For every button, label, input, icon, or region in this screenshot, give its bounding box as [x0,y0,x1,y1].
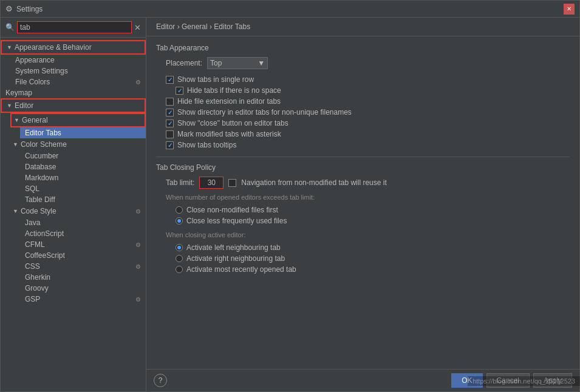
watermark: https://blog.csdn.net/qq_25112523 [468,376,580,386]
sidebar-item-general[interactable]: ▼ General [10,113,146,127]
activate-left-label: Activate left neighbouring tab [186,243,281,252]
tab-appearance-title: Tab Appearance [156,44,570,52]
sidebar-item-database[interactable]: Database [20,161,146,172]
cfml-label: CFML [25,240,45,249]
sidebar-item-appearance-behavior[interactable]: ▼ Appearance & Behavior [1,40,146,55]
group-editor: ▼ Editor ▼ General Editor Ta [1,98,146,305]
sidebar-item-coffeescript[interactable]: CoffeeScript [20,250,146,261]
appearance-behavior-children: Appearance System Settings File Colors ⚙ [1,55,146,87]
coffeescript-label: CoffeeScript [25,251,65,260]
search-box: 🔍 ✕ [1,18,146,38]
file-colors-icon: ⚙ [135,79,141,86]
radio-close-non-modified: Close non-modified files first [156,204,570,215]
sidebar-item-appearance[interactable]: Appearance [10,55,146,66]
tab-closing-section: Tab Closing Policy Tab limit: Navigation… [156,163,570,275]
editor-tabs-label: Editor Tabs [25,129,61,137]
checkbox-show-directory[interactable] [166,109,174,117]
sidebar-item-table-diff[interactable]: Table Diff [20,194,146,205]
cfml-icon: ⚙ [135,242,141,248]
sidebar-item-java[interactable]: Java [20,217,146,228]
radio-close-less-frequent: Close less frequently used files [156,215,570,226]
mark-modified-label: Mark modified tabs with asterisk [177,130,281,138]
color-scheme-label: Color Scheme [21,140,67,149]
sidebar-item-system-settings[interactable]: System Settings [10,66,146,76]
expand-arrow-general: ▼ [14,117,19,123]
tab-limit-input[interactable] [199,177,223,189]
table-diff-label: Table Diff [25,195,55,204]
checkbox-show-close-btn[interactable] [166,120,174,127]
hide-extension-label: Hide file extension in editor tabs [177,97,281,106]
checkbox-show-single-row[interactable] [166,76,174,84]
placement-value: Top [210,59,222,67]
groovy-label: Groovy [25,284,49,292]
sidebar-item-cucumber[interactable]: Cucumber [20,150,146,161]
sidebar-item-code-style[interactable]: ▼ Code Style ⚙ [10,205,146,217]
panel-content: Tab Appearance Placement: Top ▼ Show tab… [146,36,579,369]
section-separator [156,157,570,157]
group-color-scheme: ▼ Color Scheme Cucumber Database [10,138,146,205]
actionscript-label: ActionScript [25,229,64,238]
sidebar-tree: ▼ Appearance & Behavior Appearance Syste… [1,38,146,391]
exceeds-description: When number of opened editors exceeds ta… [156,194,570,201]
tab-limit-row: Tab limit: Navigation from non-modified … [156,177,570,189]
java-label: Java [25,218,40,227]
radio-btn-activate-recent[interactable] [176,266,183,273]
show-close-btn-label: Show "close" button on editor tabs [177,119,288,127]
close-non-modified-label: Close non-modified files first [186,206,278,214]
option-show-close-btn: Show "close" button on editor tabs [156,118,570,129]
expand-arrow-editor: ▼ [7,103,12,109]
expand-arrow-color-scheme: ▼ [13,141,18,147]
checkbox-hide-extension[interactable] [166,98,174,106]
radio-activate-recent: Activate most recently opened tab [156,264,570,275]
right-panel: Editor › General › Editor Tabs Tab Appea… [146,18,579,391]
search-clear-button[interactable]: ✕ [134,23,141,32]
radio-btn-activate-left[interactable] [176,244,183,251]
radio-btn-close-less-frequent[interactable] [176,217,183,225]
sidebar-item-gherkin[interactable]: Gherkin [20,272,146,283]
database-label: Database [25,163,56,171]
expand-arrow-appearance: ▼ [7,44,12,50]
sidebar-item-keymap[interactable]: Keymap [1,87,146,98]
gsp-label: GSP [25,295,40,303]
checkbox-mark-modified[interactable] [166,130,174,138]
checkbox-hide-tabs-no-space[interactable] [176,87,183,95]
sidebar-item-file-colors[interactable]: File Colors ⚙ [10,76,146,87]
checkbox-navigation-reuse[interactable] [228,179,236,187]
search-input[interactable] [17,21,132,33]
sidebar-item-cfml[interactable]: CFML ⚙ [20,239,146,250]
sidebar-item-editor[interactable]: ▼ Editor [1,98,146,113]
code-style-children: Java ActionScript CFML ⚙ C [10,217,146,305]
close-button[interactable]: ✕ [564,4,575,15]
checkbox-show-tooltips[interactable] [166,141,174,149]
file-colors-label: File Colors [15,78,50,86]
css-icon: ⚙ [135,263,141,270]
hide-tabs-no-space-label: Hide tabs if there is no space [187,86,281,95]
keymap-label: Keymap [5,89,32,97]
help-button[interactable]: ? [154,374,167,387]
tab-appearance-section: Tab Appearance Placement: Top ▼ Show tab… [156,44,570,150]
active-editor-description: When closing active editor: [156,231,570,238]
settings-window: ⚙ Settings ✕ 🔍 ✕ ▼ Appearance & Behavior [0,0,580,392]
radio-btn-activate-right[interactable] [176,255,183,262]
sidebar-item-markdown[interactable]: Markdown [20,172,146,183]
show-directory-label: Show directory in editor tabs for non-un… [177,108,352,117]
radio-btn-close-non-modified[interactable] [176,206,183,214]
option-show-single-row: Show tabs in single row [156,74,570,85]
sidebar-item-color-scheme[interactable]: ▼ Color Scheme [10,138,146,150]
breadcrumb: Editor › General › Editor Tabs [146,18,579,36]
option-hide-tabs-no-space: Hide tabs if there is no space [156,85,570,96]
sidebar-item-editor-tabs[interactable]: Editor Tabs [20,127,146,138]
placement-select[interactable]: Top ▼ [207,57,268,69]
navigation-reuse-label: Navigation from non-modified tab will re… [241,178,386,187]
cucumber-label: Cucumber [25,152,58,160]
sidebar-item-css[interactable]: CSS ⚙ [20,261,146,272]
sidebar-item-sql[interactable]: SQL [20,183,146,194]
option-mark-modified: Mark modified tabs with asterisk [156,129,570,140]
sidebar-item-groovy[interactable]: Groovy [20,283,146,294]
radio-activate-left: Activate left neighbouring tab [156,242,570,253]
sidebar-item-actionscript[interactable]: ActionScript [20,228,146,239]
placement-row: Placement: Top ▼ [156,57,570,69]
editor-children: ▼ General Editor Tabs [1,113,146,305]
sidebar-item-gsp[interactable]: GSP ⚙ [20,294,146,305]
activate-recent-label: Activate most recently opened tab [186,265,296,274]
